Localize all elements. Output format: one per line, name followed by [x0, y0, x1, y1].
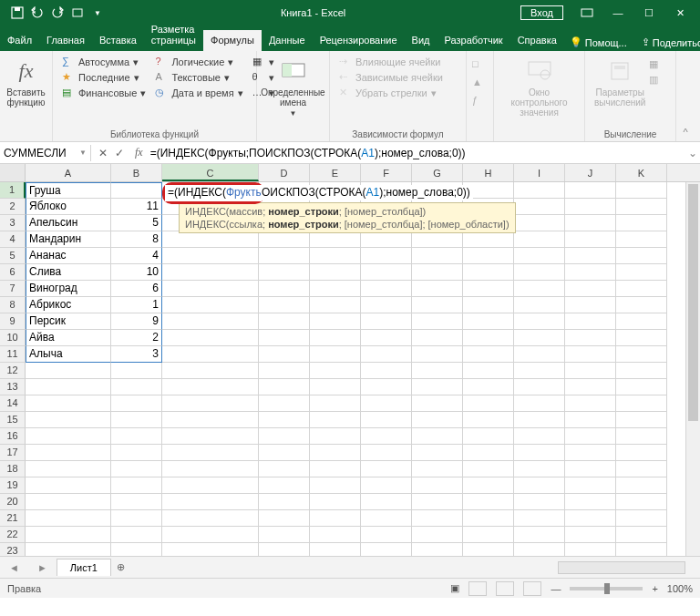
cell[interactable] — [111, 363, 162, 379]
cell[interactable] — [111, 477, 162, 494]
cell[interactable] — [310, 527, 361, 543]
cell[interactable] — [616, 527, 667, 543]
cell[interactable] — [259, 313, 310, 330]
cell[interactable] — [26, 477, 111, 494]
cell[interactable] — [412, 281, 463, 297]
cell[interactable]: 9 — [111, 313, 162, 330]
cell[interactable] — [361, 330, 412, 346]
cell[interactable] — [514, 297, 565, 313]
cell[interactable] — [310, 428, 361, 445]
cell[interactable] — [616, 264, 667, 281]
cell[interactable] — [565, 494, 616, 510]
cell[interactable] — [162, 494, 259, 510]
tab-pagelayout[interactable]: Разметка страницы — [144, 19, 203, 51]
cell[interactable] — [616, 281, 667, 297]
cell[interactable] — [259, 461, 310, 477]
cell[interactable] — [412, 330, 463, 346]
row-header[interactable]: 19 — [0, 477, 26, 494]
cell[interactable] — [412, 264, 463, 281]
cell[interactable] — [514, 248, 565, 264]
cell[interactable] — [565, 215, 616, 231]
cell[interactable] — [162, 543, 259, 556]
cell[interactable] — [616, 215, 667, 231]
cell[interactable] — [111, 543, 162, 556]
cell[interactable] — [361, 379, 412, 395]
cell[interactable] — [412, 510, 463, 527]
cell[interactable] — [616, 477, 667, 494]
row-header[interactable]: 4 — [0, 231, 26, 248]
cell[interactable] — [361, 346, 412, 363]
cell[interactable] — [259, 363, 310, 379]
qat-dropdown-icon[interactable]: ▼ — [89, 5, 106, 21]
cell[interactable] — [361, 297, 412, 313]
cell[interactable] — [514, 445, 565, 461]
cell[interactable] — [310, 363, 361, 379]
col-header-e[interactable]: E — [310, 164, 361, 181]
cell[interactable] — [361, 231, 412, 248]
cell[interactable]: Яблоко — [26, 199, 111, 215]
redo-icon[interactable] — [49, 5, 66, 21]
cell[interactable] — [361, 313, 412, 330]
cell[interactable]: Алыча — [26, 346, 111, 363]
row-header[interactable]: 22 — [0, 527, 26, 543]
col-header-a[interactable]: A — [26, 164, 111, 181]
row-header[interactable]: 23 — [0, 543, 26, 556]
cell[interactable] — [361, 445, 412, 461]
cell[interactable] — [361, 363, 412, 379]
cell[interactable] — [616, 248, 667, 264]
cell[interactable] — [463, 461, 514, 477]
cell[interactable]: 8 — [111, 231, 162, 248]
cell[interactable]: Персик — [26, 313, 111, 330]
cell[interactable] — [162, 527, 259, 543]
cell[interactable] — [162, 264, 259, 281]
cell[interactable] — [463, 494, 514, 510]
cell[interactable] — [111, 428, 162, 445]
cell[interactable] — [361, 494, 412, 510]
cell[interactable]: 4 — [111, 248, 162, 264]
cell[interactable] — [26, 412, 111, 428]
tab-developer[interactable]: Разработчик — [438, 30, 510, 51]
cell[interactable] — [310, 379, 361, 395]
cell[interactable] — [162, 477, 259, 494]
spreadsheet-grid[interactable]: A B C D E F G H I J K 1Груша2Яблоко113Ап… — [0, 164, 700, 556]
ribbon-display-icon[interactable] — [574, 2, 600, 24]
cell[interactable]: 1 — [111, 297, 162, 313]
cell[interactable] — [361, 461, 412, 477]
cell[interactable]: Айва — [26, 330, 111, 346]
cell[interactable] — [412, 297, 463, 313]
cell[interactable]: 2 — [111, 330, 162, 346]
cell[interactable] — [412, 461, 463, 477]
vertical-scrollbar[interactable] — [685, 182, 700, 556]
row-header[interactable]: 20 — [0, 494, 26, 510]
share-button[interactable]: ⇪Поделиться — [636, 34, 700, 51]
cell[interactable] — [412, 231, 463, 248]
cell[interactable] — [259, 379, 310, 395]
cell[interactable] — [514, 281, 565, 297]
tab-view[interactable]: Вид — [405, 30, 438, 51]
cell[interactable] — [565, 379, 616, 395]
cell[interactable] — [463, 412, 514, 428]
select-all-corner[interactable] — [0, 164, 26, 181]
cell[interactable] — [361, 543, 412, 556]
sheet-nav-prev-icon[interactable]: ◄ — [0, 562, 28, 573]
cell[interactable] — [412, 494, 463, 510]
cell[interactable] — [162, 461, 259, 477]
datetime-button[interactable]: ◷Дата и время ▾ — [151, 86, 246, 100]
cell[interactable] — [259, 412, 310, 428]
cell[interactable] — [565, 231, 616, 248]
col-header-g[interactable]: G — [412, 164, 463, 181]
cell[interactable] — [463, 428, 514, 445]
add-sheet-button[interactable]: ⊕ — [111, 560, 131, 574]
cell[interactable]: 11 — [111, 199, 162, 215]
cell[interactable] — [412, 543, 463, 556]
cell[interactable] — [412, 445, 463, 461]
cell[interactable] — [514, 428, 565, 445]
cell[interactable] — [310, 281, 361, 297]
row-header[interactable]: 12 — [0, 363, 26, 379]
cell[interactable]: Груша — [26, 182, 111, 199]
cell[interactable] — [412, 412, 463, 428]
cell[interactable] — [361, 477, 412, 494]
zoom-slider[interactable] — [570, 587, 643, 590]
cell[interactable] — [514, 215, 565, 231]
cell[interactable] — [111, 182, 162, 199]
